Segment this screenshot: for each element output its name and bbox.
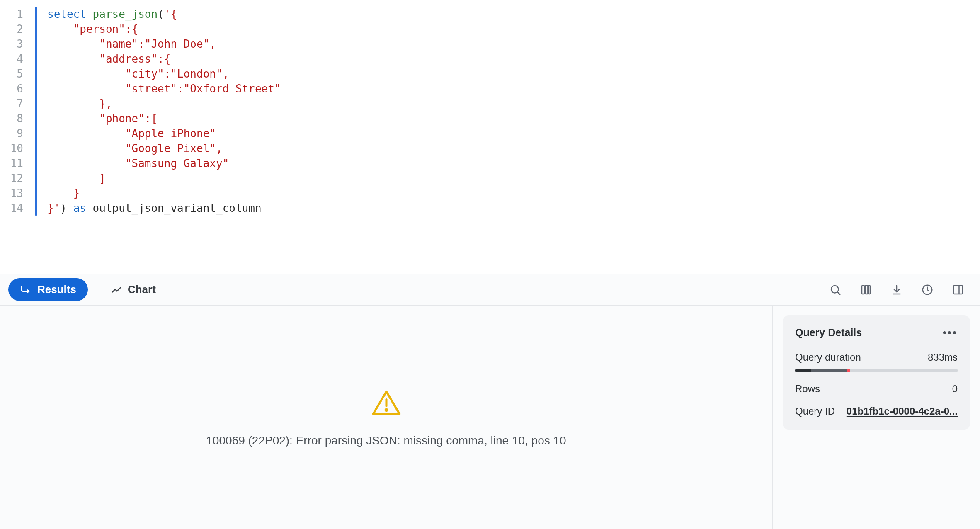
svg-line-1 xyxy=(837,292,840,294)
duration-value: 833ms xyxy=(928,352,958,363)
svg-rect-4 xyxy=(868,286,870,294)
svg-rect-2 xyxy=(862,286,864,294)
results-area: 100069 (22P02): Error parsing JSON: miss… xyxy=(0,306,980,529)
code-content[interactable]: select parse_json('{ "person":{ "name":"… xyxy=(37,7,980,216)
error-pane: 100069 (22P02): Error parsing JSON: miss… xyxy=(0,306,773,529)
search-icon[interactable] xyxy=(829,284,842,296)
code-editor[interactable]: 1234567891011121314 select parse_json('{… xyxy=(0,0,980,274)
results-arrow-icon xyxy=(20,284,32,296)
warning-icon xyxy=(371,388,402,419)
query-id-value[interactable]: 01b1fb1c-0000-4c2a-0... xyxy=(847,405,958,417)
panel-right-icon[interactable] xyxy=(952,284,964,296)
rows-label: Rows xyxy=(795,383,820,395)
columns-icon[interactable] xyxy=(860,284,872,296)
clock-icon[interactable] xyxy=(921,284,934,296)
tab-chart[interactable]: Chart xyxy=(99,278,167,301)
tab-results-label: Results xyxy=(37,283,76,296)
query-details-title: Query Details xyxy=(795,327,862,339)
duration-progress xyxy=(795,369,958,372)
error-message: 100069 (22P02): Error parsing JSON: miss… xyxy=(206,434,566,447)
svg-point-9 xyxy=(386,409,387,410)
svg-rect-3 xyxy=(865,286,868,294)
tab-results[interactable]: Results xyxy=(8,278,88,301)
download-icon[interactable] xyxy=(890,284,903,296)
query-id-label: Query ID xyxy=(795,405,835,417)
active-line-bar xyxy=(35,7,37,216)
more-icon[interactable]: ••• xyxy=(943,326,958,339)
line-number-gutter: 1234567891011121314 xyxy=(0,7,35,216)
duration-label: Query duration xyxy=(795,352,861,363)
tab-chart-label: Chart xyxy=(128,283,156,296)
query-details-panel: Query Details ••• Query duration 833ms R… xyxy=(773,306,980,529)
chart-icon xyxy=(111,284,122,295)
svg-rect-6 xyxy=(953,286,963,294)
rows-value: 0 xyxy=(952,383,958,395)
results-tabbar: Results Chart xyxy=(0,274,980,306)
